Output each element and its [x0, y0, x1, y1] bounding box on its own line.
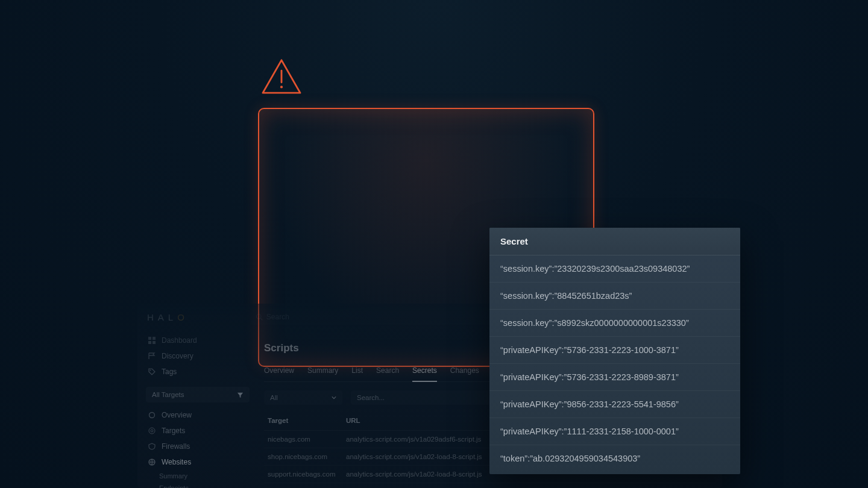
secret-item[interactable]: “session.key”:”88452651bzad23s” — [489, 283, 740, 310]
globe-icon — [148, 458, 156, 466]
secret-item[interactable]: “token”:”ab.0293204959034543903” — [489, 445, 740, 474]
sidebar: Dashboard Discovery Tags All Targets Ove… — [137, 330, 258, 488]
dashboard-icon — [148, 337, 156, 344]
filter-icon — [237, 392, 244, 398]
shield-icon — [148, 443, 156, 450]
search-placeholder: Search — [266, 313, 289, 321]
sidebar-item-label: Discovery — [162, 352, 193, 360]
sidebar-sub-overview[interactable]: Overview — [146, 407, 250, 423]
chevron-down-icon — [332, 395, 336, 400]
secret-item[interactable]: “privateAPIKey”:”5736-2331-2223-1000-387… — [489, 337, 740, 364]
websites-subnav: Summary Endpoints — [146, 470, 250, 488]
subnav-summary[interactable]: Summary — [159, 470, 250, 482]
svg-line-3 — [260, 318, 262, 320]
svg-point-10 — [149, 428, 155, 434]
svg-rect-7 — [153, 341, 156, 344]
svg-point-8 — [150, 370, 151, 371]
circle-icon — [148, 411, 156, 419]
sidebar-item-label: Targets — [162, 427, 185, 435]
tab-overview[interactable]: Overview — [264, 363, 294, 381]
svg-point-2 — [256, 314, 261, 319]
filter-select[interactable]: All — [264, 390, 342, 405]
brand-logo-o: O — [177, 312, 184, 322]
brand-logo-text: HAL — [147, 312, 177, 322]
secret-item[interactable]: “privateAPIKey”:”1111-2331-2158-1000-000… — [489, 418, 740, 445]
cell-target: nicebags.com — [268, 436, 346, 443]
tab-changes[interactable]: Changes — [450, 363, 479, 381]
sidebar-item-tags[interactable]: Tags — [146, 364, 250, 380]
sidebar-item-discovery[interactable]: Discovery — [146, 348, 250, 364]
all-targets-selector[interactable]: All Targets — [146, 387, 250, 402]
subnav-endpoints[interactable]: Endpoints — [159, 482, 250, 488]
svg-rect-6 — [148, 341, 151, 344]
sidebar-item-label: Tags — [162, 368, 177, 376]
brand-logo: HALO — [147, 312, 184, 322]
sidebar-sub-firewalls[interactable]: Firewalls — [146, 439, 250, 454]
filter-search-input[interactable]: Search... — [351, 390, 508, 405]
tab-summary[interactable]: Summary — [307, 363, 338, 381]
secrets-panel-header: Secret — [489, 228, 740, 255]
secret-item[interactable]: “privateAPIKey”:”9856-2331-2223-5541-985… — [489, 391, 740, 418]
svg-point-9 — [149, 413, 155, 418]
secret-item[interactable]: “privateAPIKey”:”5736-2331-2223-8989-387… — [489, 364, 740, 391]
cell-target: support.nicebags.com — [268, 471, 346, 478]
sidebar-item-label: Firewalls — [162, 442, 190, 451]
tab-secrets[interactable]: Secrets — [412, 363, 437, 382]
svg-rect-4 — [148, 337, 151, 340]
filter-search-placeholder: Search... — [357, 394, 385, 401]
cell-target: shop.nicebags.com — [268, 453, 346, 460]
secret-item[interactable]: “session.key”:”s8992skz0000000000001s233… — [489, 310, 740, 337]
sidebar-sub-targets[interactable]: Targets — [146, 423, 250, 439]
th-target: Target — [268, 417, 346, 424]
secret-item[interactable]: “session.key”:”23320239s2300saa23s093480… — [489, 255, 740, 283]
sidebar-sub-websites[interactable]: Websites — [146, 454, 250, 470]
sidebar-item-label: Dashboard — [162, 336, 197, 345]
sidebar-item-dashboard[interactable]: Dashboard — [146, 333, 250, 348]
tab-list[interactable]: List — [351, 363, 363, 381]
secrets-panel: Secret “session.key”:”23320239s2300saa23… — [489, 228, 740, 474]
tab-search[interactable]: Search — [376, 363, 399, 381]
svg-point-11 — [151, 430, 153, 432]
flag-icon — [148, 352, 156, 360]
all-targets-label: All Targets — [152, 391, 184, 398]
svg-rect-5 — [153, 337, 156, 340]
search-icon — [256, 313, 263, 321]
tag-icon — [148, 368, 156, 375]
sidebar-item-label: Overview — [162, 411, 192, 419]
warning-icon — [260, 58, 303, 95]
svg-point-1 — [280, 86, 283, 88]
sidebar-item-label: Websites — [162, 458, 191, 466]
select-value: All — [270, 394, 278, 401]
target-icon — [148, 427, 156, 434]
